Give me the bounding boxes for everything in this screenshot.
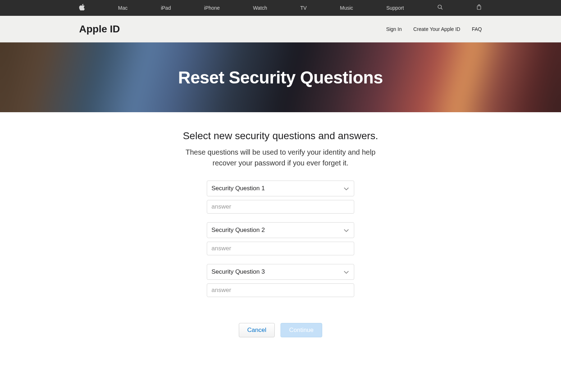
subnav-create-apple-id[interactable]: Create Your Apple ID xyxy=(413,26,460,32)
subnav-faq[interactable]: FAQ xyxy=(472,26,482,32)
security-question-3-label: Security Question 3 xyxy=(211,268,265,275)
security-questions-form: Security Question 1 Security Question 2 … xyxy=(207,181,354,337)
svg-line-1 xyxy=(441,8,442,9)
nav-watch[interactable]: Watch xyxy=(253,5,267,11)
subnav-sign-in[interactable]: Sign In xyxy=(386,26,402,32)
nav-music[interactable]: Music xyxy=(340,5,353,11)
security-question-3-select[interactable]: Security Question 3 xyxy=(207,264,354,280)
search-icon[interactable] xyxy=(437,4,443,12)
chevron-down-icon xyxy=(344,269,349,275)
svg-point-0 xyxy=(438,5,441,9)
chevron-down-icon xyxy=(344,227,349,233)
security-question-1-select[interactable]: Security Question 1 xyxy=(207,181,354,196)
section-sub: These questions will be used to verify y… xyxy=(180,147,381,168)
bag-icon[interactable] xyxy=(476,4,482,12)
answer-2-input[interactable] xyxy=(207,242,354,255)
nav-ipad[interactable]: iPad xyxy=(161,5,171,11)
continue-button[interactable]: Continue xyxy=(280,323,322,337)
answer-1-input[interactable] xyxy=(207,200,354,214)
nav-support[interactable]: Support xyxy=(386,5,404,11)
sub-nav: Apple ID Sign In Create Your Apple ID FA… xyxy=(0,16,561,42)
question-group-2: Security Question 2 xyxy=(207,222,354,255)
hero-title: Reset Security Questions xyxy=(178,68,383,87)
button-row: Cancel Continue xyxy=(207,323,354,337)
main-content: Select new security questions and answer… xyxy=(0,112,561,352)
brand-title: Apple ID xyxy=(79,23,120,35)
security-question-2-label: Security Question 2 xyxy=(211,227,265,234)
nav-mac[interactable]: Mac xyxy=(118,5,127,11)
cancel-button[interactable]: Cancel xyxy=(239,323,275,337)
question-group-1: Security Question 1 xyxy=(207,181,354,214)
chevron-down-icon xyxy=(344,185,349,192)
apple-logo-icon[interactable] xyxy=(79,4,85,12)
security-question-2-select[interactable]: Security Question 2 xyxy=(207,222,354,238)
section-heading: Select new security questions and answer… xyxy=(183,130,378,142)
hero-banner: Reset Security Questions xyxy=(0,42,561,112)
global-nav: Mac iPad iPhone Watch TV Music Support xyxy=(0,0,561,16)
answer-3-input[interactable] xyxy=(207,283,354,297)
question-group-3: Security Question 3 xyxy=(207,264,354,297)
svg-rect-2 xyxy=(477,6,481,9)
nav-tv[interactable]: TV xyxy=(300,5,307,11)
security-question-1-label: Security Question 1 xyxy=(211,185,265,192)
nav-iphone[interactable]: iPhone xyxy=(204,5,220,11)
